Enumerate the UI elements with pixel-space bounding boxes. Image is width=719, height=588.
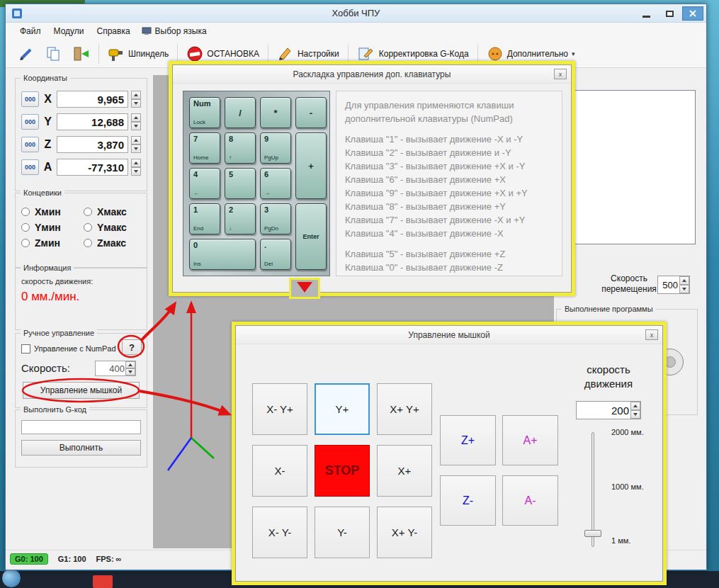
- btn-x-minus[interactable]: X-: [252, 445, 307, 497]
- pen-tool-button[interactable]: [13, 43, 40, 65]
- mouse-control-button[interactable]: Управление мышкой: [23, 382, 140, 399]
- zero-y-button[interactable]: 000: [21, 114, 39, 130]
- coordinate-x-input[interactable]: 9,965: [57, 91, 128, 108]
- numpad-key-7: 7Home: [189, 132, 220, 164]
- key-description-line: Клавиша "9" - вызывает движение +X и +Y: [345, 186, 553, 200]
- slider-label-max: 2000 мм.: [611, 428, 644, 436]
- key-description-line: Клавиша "0" - вызывает движение -Z: [345, 261, 553, 274]
- gcode-edit-icon: [357, 45, 375, 62]
- btn-a-minus[interactable]: A-: [502, 475, 558, 526]
- mouse-speed-spinner[interactable]: [630, 402, 640, 419]
- copy-document-button[interactable]: [40, 43, 67, 65]
- axis-x-label: X: [42, 93, 54, 106]
- minimize-button[interactable]: [635, 6, 657, 21]
- numpad-dialog-frame: Раскладка управления доп. клавиатуры x N…: [172, 64, 572, 293]
- zero-z-button[interactable]: 000: [21, 137, 39, 152]
- btn-y-minus[interactable]: Y-: [315, 507, 370, 558]
- gcode-list-box[interactable]: [558, 90, 696, 244]
- spindle-button[interactable]: Шпиндель: [103, 43, 174, 65]
- maximize-button[interactable]: [659, 6, 680, 21]
- run-gcode-button[interactable]: Выполнить: [21, 440, 141, 456]
- coordinate-x-value: 9,965: [97, 94, 124, 106]
- gcode-input[interactable]: [21, 420, 141, 434]
- limit-switches-group: Концевики Xмин Xмакс Yмин Yмакс Zмин Zма…: [15, 193, 147, 268]
- exit-door-icon: [72, 45, 90, 62]
- ymin-label: Yмин: [35, 222, 61, 233]
- g0-badge: G0: 100: [10, 553, 48, 565]
- menu-language[interactable]: Выбор языка: [139, 23, 214, 39]
- numpad-dialog-title[interactable]: Раскладка управления доп. клавиатуры: [173, 65, 571, 84]
- move-speed-label-line2: перемещения: [598, 284, 660, 295]
- coordinate-y-input[interactable]: 12,688: [57, 113, 128, 130]
- btn-z-minus[interactable]: Z-: [440, 475, 496, 526]
- speed-slider-thumb[interactable]: [584, 530, 601, 537]
- radio-zmin[interactable]: [21, 239, 30, 247]
- radio-ymin[interactable]: [21, 223, 30, 232]
- manual-speed-value: 400: [96, 361, 125, 375]
- btn-z-plus[interactable]: Z+: [440, 415, 496, 465]
- titlebar[interactable]: Хобби ЧПУ: [6, 4, 706, 23]
- tool-marker-triangle-icon: [297, 282, 312, 293]
- btn-y-plus[interactable]: Y+: [315, 383, 370, 435]
- information-title: Информация: [21, 264, 74, 272]
- numpad-checkbox[interactable]: [21, 344, 30, 354]
- btn-stop[interactable]: STOP: [315, 445, 370, 497]
- key-description-line: Клавиша "2" - вызывает движение и -Y: [345, 146, 553, 159]
- manual-speed-input[interactable]: 400: [95, 361, 136, 376]
- numpad-dialog-close-button[interactable]: x: [554, 69, 567, 79]
- exit-button[interactable]: [67, 43, 95, 65]
- axis-y-label: Y: [42, 115, 54, 128]
- window-controls: [635, 6, 703, 21]
- coordinate-a-spinner[interactable]: [131, 159, 141, 176]
- xmax-label: Xмакс: [97, 206, 127, 217]
- menubar: Файл Модули Справка Выбор языка: [6, 23, 706, 40]
- slider-label-mid: 1000 мм.: [611, 482, 644, 491]
- key-description-line: Клавиша "7" - вызывает движение -X и +Y: [345, 213, 553, 227]
- btn-x-plus-y-plus[interactable]: X+ Y+: [377, 383, 432, 435]
- numpad-image: NumLock / * - 7Home 8↑ 9PgUp + 4← 5 6→ 1…: [183, 91, 330, 276]
- fps-value: FPS: ∞: [96, 555, 122, 563]
- menu-modules[interactable]: Модули: [50, 23, 93, 39]
- radio-zmax[interactable]: [84, 239, 92, 247]
- coordinate-y-value: 12,688: [91, 116, 124, 128]
- start-button[interactable]: [1, 568, 21, 588]
- btn-x-minus-y-minus[interactable]: X- Y-: [252, 507, 307, 558]
- menu-help[interactable]: Справка: [93, 23, 139, 39]
- mouse-speed-input[interactable]: 200: [576, 401, 641, 419]
- numpad-key-dot: .Del: [260, 239, 291, 270]
- move-speed-input[interactable]: 500: [657, 276, 690, 294]
- zero-a-button[interactable]: 000: [21, 159, 39, 175]
- g1-value: G1: 100: [58, 555, 86, 563]
- axis-z-label: Z: [42, 138, 54, 151]
- coordinate-z-input[interactable]: 3,870: [57, 136, 128, 153]
- zmin-label: Zмин: [35, 237, 60, 249]
- btn-a-plus[interactable]: A+: [502, 415, 558, 465]
- coordinate-z-spinner[interactable]: [131, 136, 141, 153]
- coordinate-y-spinner[interactable]: [131, 113, 141, 130]
- numpad-key-8: 8↑: [225, 132, 256, 164]
- coordinate-x-spinner[interactable]: [131, 91, 141, 108]
- mouse-dialog-frame: Управление мышкой x X- Y+ Y+ X+ Y+ X- ST…: [235, 325, 663, 582]
- zero-x-button[interactable]: 000: [21, 91, 39, 107]
- run-gcode-group: Выполнить G-код Выполнить: [15, 409, 147, 468]
- slider-label-min: 1 мм.: [611, 536, 630, 545]
- mouse-dialog-close-button[interactable]: x: [645, 329, 658, 340]
- btn-x-minus-y-plus[interactable]: X- Y+: [252, 383, 307, 435]
- taskbar-app-icon[interactable]: [93, 575, 113, 588]
- coordinate-a-input[interactable]: -77,310: [57, 159, 128, 176]
- numpad-help-button[interactable]: ?: [122, 339, 142, 355]
- radio-ymax[interactable]: [84, 223, 92, 232]
- btn-x-plus-y-minus[interactable]: X+ Y-: [377, 507, 432, 558]
- additional-label: Дополнительно: [507, 49, 568, 59]
- radio-xmin[interactable]: [21, 208, 30, 216]
- btn-x-plus[interactable]: X+: [377, 445, 432, 497]
- menu-file[interactable]: Файл: [16, 23, 50, 39]
- move-speed-spinner[interactable]: [679, 276, 689, 293]
- tool-position-marker: [289, 278, 320, 299]
- program-execution-title: Выполнение программы: [562, 305, 656, 313]
- close-button[interactable]: [682, 6, 703, 21]
- radio-xmax[interactable]: [84, 208, 92, 216]
- manual-speed-spinner[interactable]: [125, 361, 135, 375]
- limit-row-x: Xмин Xмакс: [21, 205, 144, 219]
- mouse-dialog-title[interactable]: Управление мышкой: [236, 326, 662, 344]
